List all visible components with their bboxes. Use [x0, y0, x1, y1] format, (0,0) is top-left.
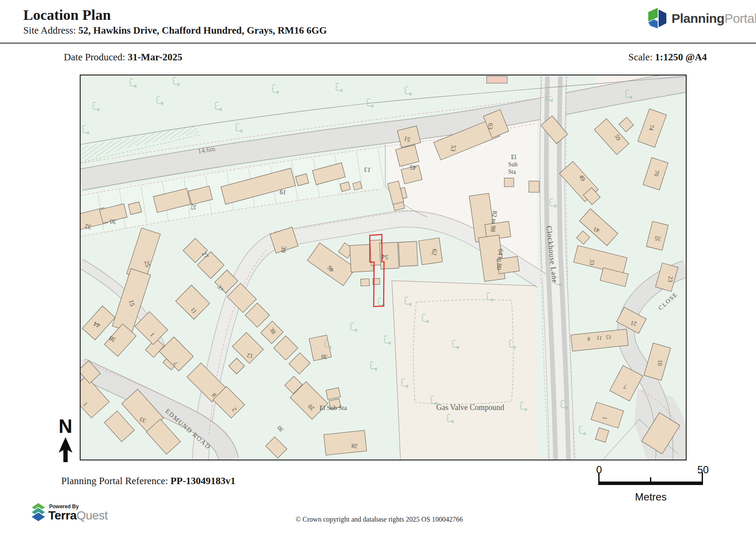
location-plan-page: Location Plan Site Address: 52, Hawkins …	[0, 0, 756, 535]
scale-bar-fifty: 50	[694, 464, 712, 476]
scale-value: 1:1250 @A4	[655, 52, 707, 63]
date-value: 31-Mar-2025	[128, 52, 182, 63]
terraquest-logo: TerraQuest	[48, 509, 108, 522]
map-label: 15	[606, 334, 612, 341]
map-label: 11	[596, 335, 603, 342]
gas-valve-compound-area	[390, 280, 538, 460]
site-address-value: 52, Hawkins Drive, Chafford Hundred, Gra…	[78, 25, 327, 36]
map-label: 54	[381, 253, 388, 261]
map-label: Sub	[508, 161, 518, 168]
header-divider	[0, 43, 756, 44]
map-label: 30	[109, 218, 117, 225]
map-label: 62	[431, 248, 438, 256]
logo-text-bold: Planning	[672, 11, 725, 25]
planning-portal-logo: PlanningPortal	[672, 11, 756, 26]
copyright: © Crown copyright and database rights 20…	[181, 516, 578, 523]
building-pink	[487, 76, 507, 83]
map-label: El	[511, 154, 517, 160]
site-address-label: Site Address:	[23, 25, 78, 36]
map-label: 23	[667, 276, 674, 282]
date-label: Date Produced:	[64, 52, 128, 63]
terraquest-icon	[30, 502, 47, 522]
map-label: Gas Valve Compound	[436, 403, 504, 412]
logo-text-light: Portal	[725, 11, 756, 25]
north-arrow-icon	[55, 436, 76, 463]
map-label: El Sub Sta	[319, 404, 347, 411]
page-title: Location Plan	[23, 7, 111, 23]
pp-reference-value: PP-13049183v1	[171, 476, 236, 486]
map-label: 25	[190, 203, 197, 211]
map-label: 45	[409, 164, 417, 172]
map-svg: 14.6m323025191351455363ElSubSta82 to 986…	[81, 75, 686, 460]
map-label: 35	[654, 235, 661, 242]
map-label: 53	[450, 144, 457, 152]
map: 14.6m323025191351455363ElSubSta82 to 986…	[80, 75, 687, 460]
north-label: N	[54, 416, 77, 437]
terraquest-light: Quest	[76, 509, 107, 522]
pp-reference-label: Planning Portal Reference:	[61, 476, 171, 486]
map-label: 32	[84, 223, 92, 231]
site-address: Site Address: 52, Hawkins Drive, Chaffor…	[23, 25, 327, 36]
map-label: 74	[648, 124, 655, 131]
map-label: Sta	[508, 169, 516, 175]
scale-bar-unit: Metres	[616, 491, 685, 503]
map-label: 39	[280, 246, 287, 253]
pp-reference: Planning Portal Reference: PP-13049183v1	[61, 476, 235, 487]
scale-label: Scale:	[628, 52, 655, 63]
map-label: 13	[364, 166, 371, 174]
map-label: 70	[653, 170, 660, 177]
scale-bar	[598, 482, 703, 485]
scale-text: Scale: 1:1250 @A4	[628, 52, 707, 63]
map-label: 19	[279, 188, 287, 196]
terraquest-bold: Terra	[48, 509, 76, 522]
map-label: 28	[351, 442, 358, 450]
map-label: 10	[656, 360, 663, 366]
map-label: 63	[487, 122, 494, 130]
planning-portal-logo-icon	[647, 6, 669, 29]
map-label: 33	[588, 259, 595, 266]
map-label: 30	[321, 353, 328, 360]
date-produced: Date Produced: 31-Mar-2025	[64, 52, 182, 63]
